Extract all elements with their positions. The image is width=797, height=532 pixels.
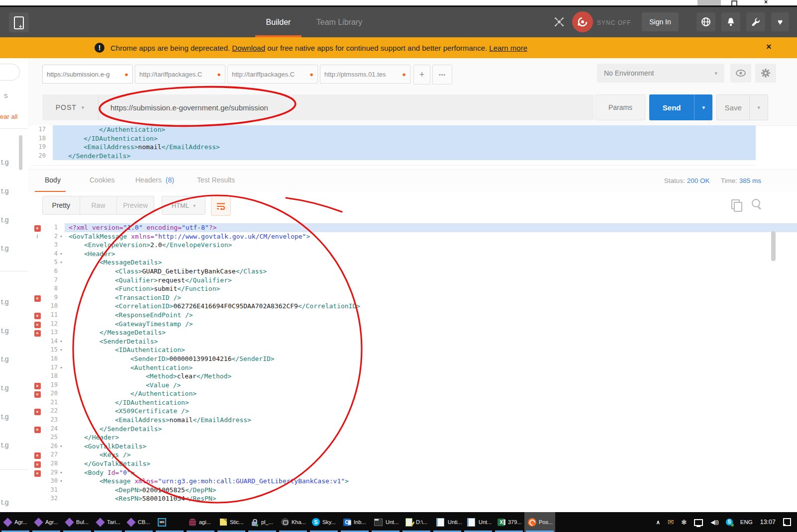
view-mode-pretty[interactable]: Pretty — [43, 196, 80, 214]
tray-network-icon[interactable] — [694, 519, 703, 526]
window-close-button[interactable]: × — [764, 0, 768, 5]
add-request-tab-button[interactable]: + — [413, 65, 430, 85]
taskbar-item[interactable]: Tari... — [93, 512, 123, 532]
fold-arrow-icon[interactable]: ▾ — [58, 363, 65, 372]
taskbar-item[interactable]: CB... — [123, 512, 154, 532]
taskbar-item[interactable]: X379... — [494, 512, 524, 532]
minimize-button[interactable] — [697, 0, 721, 5]
view-mode-raw[interactable]: Raw — [80, 196, 117, 214]
response-scrollbar[interactable] — [771, 231, 776, 261]
history-item[interactable]: t.g — [1, 298, 27, 306]
sync-icon[interactable] — [572, 11, 593, 32]
sign-in-button[interactable]: Sign In — [642, 12, 679, 31]
history-item[interactable]: t.g — [1, 216, 27, 224]
taskbar-item[interactable]: Agr... — [31, 512, 62, 532]
favorites-button[interactable]: ♥ — [771, 12, 789, 31]
request-tab[interactable]: https://submission.e-g● — [42, 65, 133, 84]
fold-arrow-icon[interactable]: ▾ — [58, 258, 65, 267]
taskbar-item[interactable]: Unt... — [370, 512, 401, 532]
code-content: </SenderDetails> — [65, 425, 797, 434]
tab-builder[interactable]: Builder — [255, 18, 302, 27]
search-response-button[interactable] — [752, 199, 760, 207]
new-tab-button[interactable]: + — [9, 12, 29, 32]
save-button[interactable]: Save ▾ — [716, 94, 768, 120]
settings-gear-button[interactable] — [755, 64, 776, 83]
code-content: <Class>GUARD_GetLibertyBankCase</Class> — [65, 267, 797, 276]
save-label[interactable]: Save — [717, 95, 749, 120]
send-options-chevron-icon[interactable]: ▾ — [694, 94, 712, 120]
tray-slack-icon[interactable]: ✻ — [681, 519, 687, 526]
taskbar-item[interactable]: Unti... — [432, 512, 463, 532]
wrap-text-button[interactable] — [211, 196, 231, 216]
environment-quicklook-button[interactable] — [730, 64, 751, 83]
language-select[interactable]: HTML ▾ — [162, 196, 205, 215]
globe-icon — [701, 17, 711, 27]
history-item[interactable]: t.g — [1, 187, 27, 195]
history-item[interactable]: t.g — [1, 327, 27, 335]
taskbar-item[interactable]: Bul... — [62, 512, 93, 532]
environment-select[interactable]: No Environment ▾ — [597, 64, 724, 83]
tray-chevron-up-icon[interactable]: ∧ — [656, 519, 660, 526]
fold-arrow-icon[interactable]: ▾ — [58, 442, 65, 451]
history-item[interactable]: t.g — [1, 158, 27, 166]
tab-cookies[interactable]: Cookies — [90, 176, 115, 184]
request-tab[interactable]: http://tariffpackages.C● — [135, 65, 225, 84]
taskbar-item[interactable]: Agr... — [0, 512, 31, 532]
taskbar-item[interactable]: Kha... — [278, 512, 308, 532]
taskbar-item[interactable]: Stic... — [216, 512, 247, 532]
taskbar-item[interactable]: WS — [154, 512, 185, 532]
tab-team-library[interactable]: Team Library — [309, 18, 369, 27]
taskbar-item[interactable]: Unt... — [463, 512, 494, 532]
clear-all-link[interactable]: ear all — [0, 113, 17, 120]
taskbar-item[interactable]: agi... — [185, 512, 216, 532]
fold-arrow-icon[interactable]: ▾ — [58, 232, 65, 241]
code-content: <EmailAddress>nomail</EmailAddress> — [53, 143, 756, 152]
taskbar-item[interactable]: pl_... — [247, 512, 278, 532]
tray-action-center-icon[interactable] — [783, 518, 791, 526]
notifications-button[interactable] — [721, 12, 740, 31]
tab-body[interactable]: Body — [45, 176, 61, 184]
fold-arrow-icon[interactable]: ▾ — [58, 250, 65, 259]
tray-volume-icon[interactable]: ◀))) — [710, 519, 718, 526]
tray-skype-icon[interactable]: S — [726, 519, 733, 526]
copy-response-button[interactable] — [731, 199, 740, 209]
taskbar-item[interactable]: D:\... — [401, 512, 432, 532]
history-item[interactable]: t.g — [1, 355, 27, 363]
fold-arrow-icon[interactable]: ▾ — [58, 477, 65, 486]
history-item[interactable]: t.g — [1, 441, 27, 449]
download-link[interactable]: Download — [232, 44, 265, 52]
learn-more-link[interactable]: Learn more — [489, 44, 527, 52]
banner-close-icon[interactable]: × — [766, 42, 772, 52]
taskbar-item[interactable]: SSky... — [308, 512, 339, 532]
fold-arrow-icon[interactable]: ▾ — [58, 346, 65, 355]
url-input[interactable]: https://submission.e-government.ge/submi… — [99, 103, 268, 112]
request-body-editor[interactable]: 17</Authentication>18</IDAuthentication>… — [31, 125, 756, 166]
fold-arrow-icon[interactable]: ▾ — [58, 468, 65, 477]
params-button[interactable]: Params — [596, 94, 645, 120]
history-item[interactable]: t.g — [1, 413, 27, 421]
request-tab[interactable]: http://tariffpackages.C● — [227, 65, 318, 84]
tray-mail-icon[interactable]: ✉ — [668, 518, 674, 527]
method-select[interactable]: POST ▾ — [42, 94, 99, 120]
send-button[interactable]: Send ▾ — [649, 94, 712, 120]
request-tab[interactable]: http://ptmssms.01.tes● — [320, 65, 410, 84]
save-options-chevron-icon[interactable]: ▾ — [749, 95, 768, 120]
globe-button[interactable] — [697, 12, 715, 31]
fold-arrow-icon[interactable]: ▾ — [58, 337, 65, 346]
more-tabs-button[interactable]: ••• — [432, 65, 452, 85]
taskbar-item[interactable]: OInb... — [339, 512, 370, 532]
tray-clock[interactable]: 13:07 — [760, 519, 776, 526]
history-item[interactable]: t.g — [1, 384, 27, 392]
view-mode-preview[interactable]: Preview — [117, 196, 154, 214]
tab-test-results[interactable]: Test Results — [197, 176, 235, 184]
taskbar-item[interactable]: Pos... — [524, 512, 555, 532]
sidebar-search-input[interactable] — [0, 64, 20, 81]
history-item[interactable]: t.g — [1, 498, 27, 506]
response-body-code[interactable]: ×1<?xml version="1.0" encoding="utf-8"?>… — [28, 221, 797, 512]
history-item[interactable]: t.g — [1, 244, 27, 252]
settings-wrench-button[interactable] — [746, 12, 765, 31]
send-label[interactable]: Send — [649, 94, 694, 120]
interceptor-icon[interactable] — [549, 12, 570, 31]
tab-headers[interactable]: Headers (8) — [135, 176, 174, 184]
tray-language-indicator[interactable]: ENG — [740, 519, 753, 525]
